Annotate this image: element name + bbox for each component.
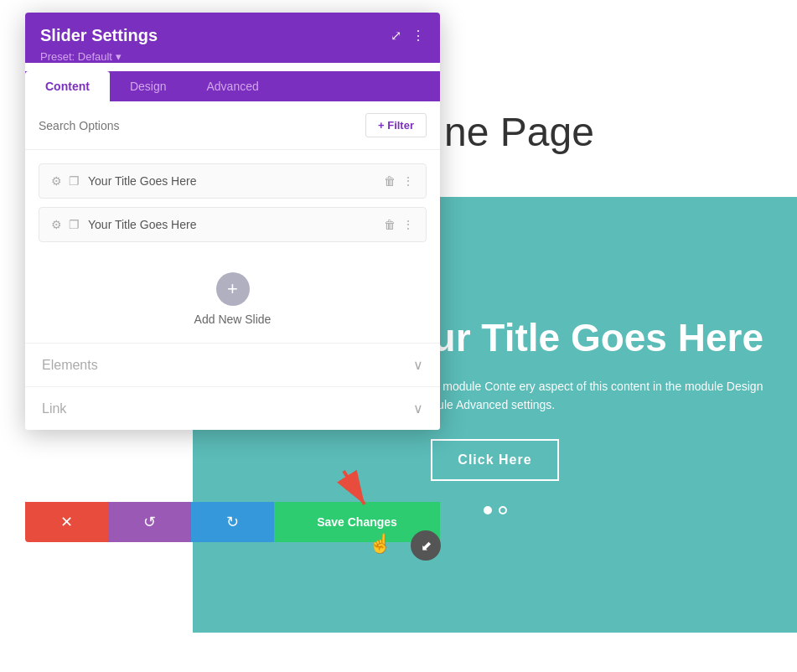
slide-2-delete-icon[interactable]: 🗑 [384,218,396,231]
cancel-button[interactable]: ✕ [25,502,108,542]
teal-title: ur Title Goes Here [432,315,763,360]
slides-list: ⚙ ❐ Your Title Goes Here 🗑 ⋮ ⚙ ❐ Your Ti… [25,150,440,256]
elements-label: Elements [42,358,98,373]
elements-section[interactable]: Elements ∨ [25,343,440,386]
slider-settings-panel: Slider Settings ⤢ ⋮ Preset: Default ▾ Co… [25,13,440,430]
slide-2-copy-icon[interactable]: ❐ [69,218,80,231]
link-section[interactable]: Link ∨ [25,386,440,430]
slide-2-title: Your Title Goes Here [88,218,375,231]
preset-line: Preset: Default ▾ [40,50,425,63]
link-label: Link [42,401,66,416]
search-input[interactable] [39,119,357,132]
slide-2-actions: 🗑 ⋮ [384,218,414,231]
slide-1-gear-icon[interactable]: ⚙ [51,174,62,188]
panel-header-icons: ⤢ ⋮ [391,28,425,44]
panel-header-top: Slider Settings ⤢ ⋮ [40,26,425,45]
elements-chevron-icon: ∨ [413,357,423,373]
slide-2-icons: ⚙ ❐ [51,218,80,231]
dot-2[interactable] [499,506,507,514]
slide-2-gear-icon[interactable]: ⚙ [51,218,62,231]
filter-button[interactable]: + Filter [365,113,427,137]
slide-1-delete-icon[interactable]: 🗑 [384,174,396,188]
tab-advanced[interactable]: Advanced [186,71,278,101]
slide-1-actions: 🗑 ⋮ [384,174,414,188]
panel-title: Slider Settings [40,26,158,45]
add-slide-button[interactable]: + [216,272,250,306]
preset-selector[interactable]: Preset: Default [40,50,112,63]
redo-button[interactable]: ↻ [191,502,274,542]
tab-design[interactable]: Design [110,71,187,101]
slide-1-copy-icon[interactable]: ❐ [69,174,80,188]
tab-content[interactable]: Content [25,71,110,101]
panel-tabs: Content Design Advanced [25,71,440,101]
more-icon[interactable]: ⋮ [411,28,425,44]
panel-header: Slider Settings ⤢ ⋮ Preset: Default ▾ [25,13,440,63]
dot-1[interactable] [484,506,492,514]
slide-item-1: ⚙ ❐ Your Title Goes Here 🗑 ⋮ [39,163,427,199]
slider-dots [484,506,507,514]
slide-1-icons: ⚙ ❐ [51,174,80,188]
click-here-button[interactable]: Click Here [431,439,558,481]
add-slide-area: + Add New Slide [25,256,440,343]
expand-icon[interactable]: ⤢ [391,28,401,44]
page-title: ne Page [444,109,594,155]
slide-1-more-icon[interactable]: ⋮ [402,174,414,188]
slide-2-more-icon[interactable]: ⋮ [402,218,414,231]
search-bar: + Filter [25,101,440,150]
undo-button[interactable]: ↺ [108,502,191,542]
lock-circle: ⬋ [411,530,441,561]
panel-body: + Filter ⚙ ❐ Your Title Goes Here 🗑 ⋮ ⚙ … [25,101,440,430]
bottom-toolbar: ✕ ↺ ↻ Save Changes [25,502,440,542]
slide-1-title: Your Title Goes Here [88,174,375,188]
link-chevron-icon: ∨ [413,401,423,416]
add-slide-label: Add New Slide [194,313,272,326]
slide-item-2: ⚙ ❐ Your Title Goes Here 🗑 ⋮ [39,207,427,242]
